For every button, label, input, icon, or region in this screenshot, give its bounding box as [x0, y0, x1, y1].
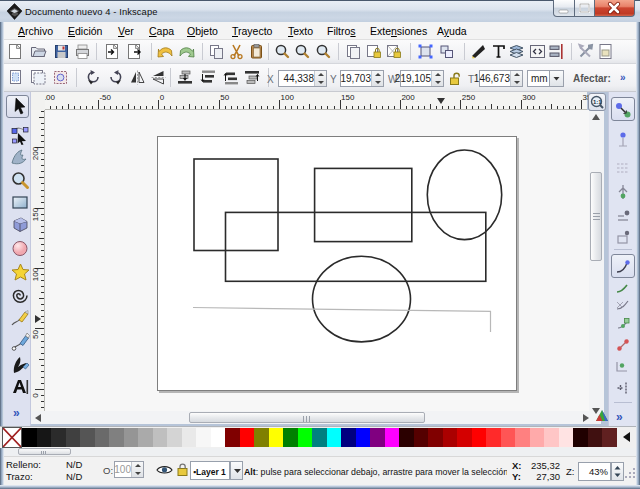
svg-text:1:1: 1:1	[593, 99, 602, 105]
